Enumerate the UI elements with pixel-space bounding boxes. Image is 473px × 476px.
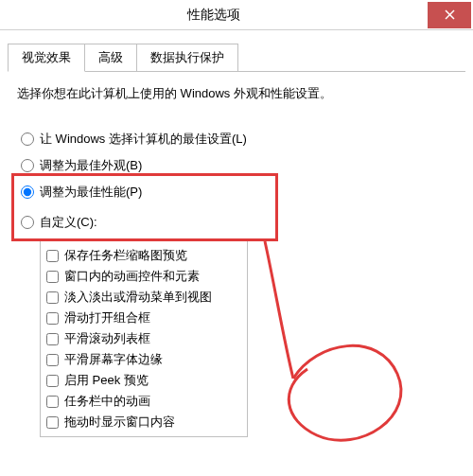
effects-checklist: 保存任务栏缩略图预览 窗口内的动画控件和元素 淡入淡出或滑动菜单到视图 滑动打开…	[40, 240, 248, 437]
checkbox-label: 任务栏中的动画	[64, 393, 150, 410]
checkbox-input[interactable]	[46, 354, 59, 366]
dialog-content: 视觉效果 高级 数据执行保护 选择你想在此计算机上使用的 Windows 外观和…	[0, 30, 473, 437]
checkbox-input[interactable]	[46, 250, 59, 262]
radio-best-auto-input[interactable]	[21, 132, 34, 146]
checkbox-input[interactable]	[46, 416, 59, 429]
radio-custom[interactable]: 自定义(C):	[21, 214, 456, 231]
radio-custom-input[interactable]	[21, 216, 34, 229]
checkbox-label: 滑动打开组合框	[64, 309, 150, 326]
check-item[interactable]: 平滑滚动列表框	[46, 328, 241, 349]
check-item[interactable]: 启用 Peek 预览	[46, 370, 241, 391]
title-bar: 性能选项	[0, 0, 473, 30]
tab-dep[interactable]: 数据执行保护	[136, 44, 238, 71]
checkbox-label: 保存任务栏缩略图预览	[64, 247, 187, 264]
radio-custom-label: 自定义(C):	[40, 214, 97, 231]
checkbox-input[interactable]	[46, 333, 59, 345]
radio-best-performance-input[interactable]	[21, 185, 34, 199]
window-title: 性能选项	[0, 7, 428, 24]
tab-visual-effects[interactable]: 视觉效果	[8, 44, 85, 72]
checkbox-label: 拖动时显示窗口内容	[64, 414, 175, 431]
radio-best-performance-label: 调整为最佳性能(P)	[40, 184, 142, 201]
check-item[interactable]: 滑动打开组合框	[46, 308, 241, 328]
checkbox-input[interactable]	[46, 396, 59, 408]
performance-radio-group: 让 Windows 选择计算机的最佳设置(L) 调整为最佳外观(B) 调整为最佳…	[21, 131, 456, 231]
radio-best-performance[interactable]: 调整为最佳性能(P)	[21, 184, 456, 201]
tab-strip: 视觉效果 高级 数据执行保护	[8, 44, 465, 72]
tab-panel-visual: 选择你想在此计算机上使用的 Windows 外观和性能设置。 让 Windows…	[8, 72, 465, 437]
checkbox-label: 平滑滚动列表框	[64, 330, 150, 347]
checkbox-label: 平滑屏幕字体边缘	[64, 351, 163, 368]
radio-best-appearance[interactable]: 调整为最佳外观(B)	[21, 157, 456, 174]
close-icon	[445, 9, 455, 20]
close-button[interactable]	[428, 2, 471, 28]
check-item[interactable]: 任务栏中的动画	[46, 391, 241, 412]
checkbox-label: 淡入淡出或滑动菜单到视图	[64, 289, 212, 306]
tab-advanced[interactable]: 高级	[84, 44, 137, 71]
checkbox-input[interactable]	[46, 291, 59, 304]
radio-best-appearance-input[interactable]	[21, 159, 34, 172]
checkbox-label: 窗口内的动画控件和元素	[64, 268, 200, 285]
check-item[interactable]: 淡入淡出或滑动菜单到视图	[46, 287, 241, 308]
checkbox-input[interactable]	[46, 312, 59, 325]
check-item[interactable]: 保存任务栏缩略图预览	[46, 245, 241, 266]
description-text: 选择你想在此计算机上使用的 Windows 外观和性能设置。	[17, 85, 456, 102]
radio-best-appearance-label: 调整为最佳外观(B)	[40, 157, 142, 174]
check-item[interactable]: 平滑屏幕字体边缘	[46, 349, 241, 370]
radio-best-auto-label: 让 Windows 选择计算机的最佳设置(L)	[40, 131, 247, 148]
check-item[interactable]: 拖动时显示窗口内容	[46, 412, 241, 432]
checkbox-input[interactable]	[46, 375, 59, 387]
radio-best-auto[interactable]: 让 Windows 选择计算机的最佳设置(L)	[21, 131, 456, 148]
checkbox-input[interactable]	[46, 271, 59, 283]
checkbox-label: 启用 Peek 预览	[64, 372, 149, 389]
check-item[interactable]: 窗口内的动画控件和元素	[46, 266, 241, 287]
